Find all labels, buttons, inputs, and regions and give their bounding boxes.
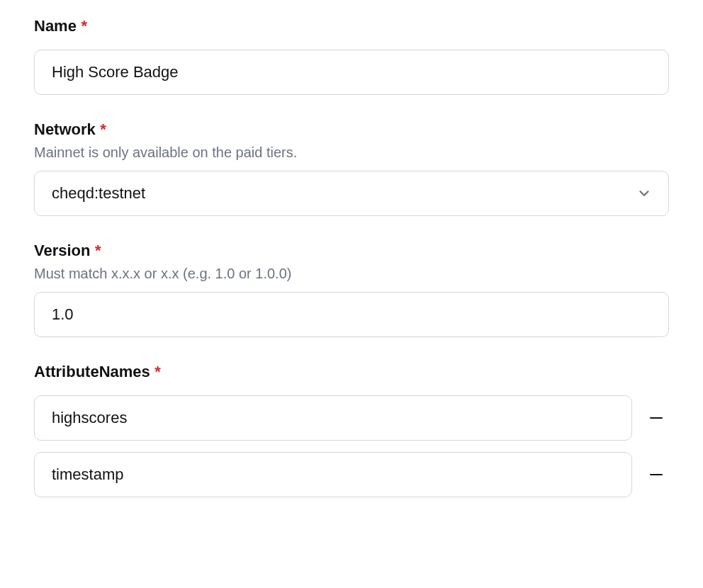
name-input[interactable] xyxy=(34,50,669,95)
attributename-input[interactable] xyxy=(34,452,632,497)
required-star: * xyxy=(100,120,106,138)
network-label: Network xyxy=(34,120,96,139)
required-star: * xyxy=(81,17,87,35)
network-select-wrap: cheqd:testnet xyxy=(34,171,669,216)
required-star: * xyxy=(95,242,101,259)
remove-attribute-button[interactable] xyxy=(643,405,669,431)
version-label: Version xyxy=(34,242,90,260)
attributename-row xyxy=(34,452,669,497)
network-description: Mainnet is only available on the paid ti… xyxy=(34,145,669,161)
required-star: * xyxy=(154,363,161,380)
attributenames-field-group: AttributeNames * xyxy=(34,363,669,497)
remove-attribute-button[interactable] xyxy=(643,462,669,487)
name-field-group: Name * xyxy=(34,17,669,95)
network-select[interactable]: cheqd:testnet xyxy=(34,171,669,216)
network-field-group: Network * Mainnet is only available on t… xyxy=(34,120,669,216)
version-description: Must match x.x.x or x.x (e.g. 1.0 or 1.0… xyxy=(34,266,669,282)
attributename-row xyxy=(34,395,669,441)
version-field-group: Version * Must match x.x.x or x.x (e.g. … xyxy=(34,242,669,337)
attributenames-label: AttributeNames xyxy=(34,363,150,381)
minus-icon xyxy=(648,409,665,426)
attributename-input[interactable] xyxy=(34,395,632,441)
minus-icon xyxy=(648,466,665,483)
version-input[interactable] xyxy=(34,292,669,337)
attributenames-list xyxy=(34,395,669,497)
name-label: Name xyxy=(34,17,77,35)
